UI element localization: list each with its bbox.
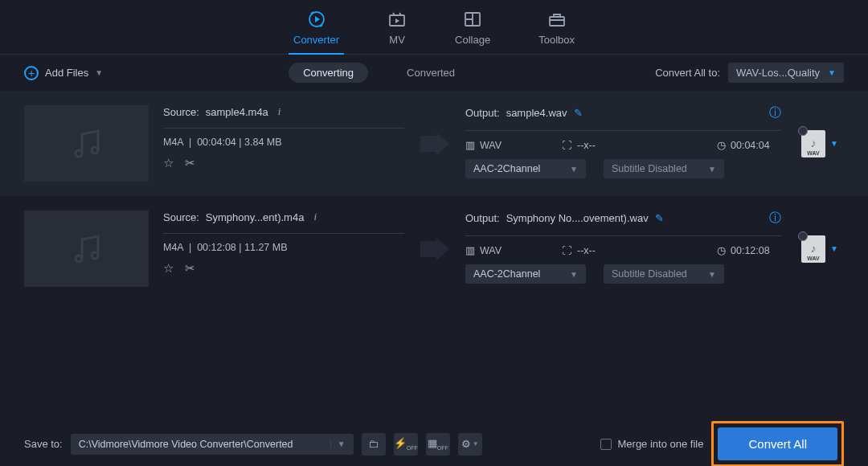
mv-icon xyxy=(387,10,407,29)
merge-label: Merge into one file xyxy=(618,438,704,450)
toolbox-icon xyxy=(547,10,567,29)
clock-icon: ◷ xyxy=(717,244,726,256)
chevron-down-icon: ▼ xyxy=(830,244,838,253)
tab-label: MV xyxy=(389,34,405,46)
chevron-down-icon: ▼ xyxy=(828,68,836,77)
open-folder-button[interactable]: 🗀 xyxy=(362,433,386,456)
converter-icon xyxy=(307,10,326,29)
chevron-down-icon: ▼ xyxy=(95,68,103,77)
source-filename: Symphony...ent).m4a xyxy=(206,211,305,223)
output-label: Output: xyxy=(465,212,500,224)
thumbnail[interactable] xyxy=(24,211,149,287)
tab-label: Converter xyxy=(293,34,339,46)
svg-rect-3 xyxy=(550,17,564,26)
folder-icon: 🗀 xyxy=(368,438,379,450)
source-meta: M4A | 00:04:04 | 3.84 MB xyxy=(163,137,404,148)
svg-point-6 xyxy=(76,255,82,262)
plus-icon: + xyxy=(24,66,39,80)
converting-tab[interactable]: Converting xyxy=(289,63,368,83)
music-icon xyxy=(68,230,106,268)
source-column: Source: sample4.m4a i M4A | 00:04:04 | 3… xyxy=(163,105,404,182)
output-filename: Symphony No....ovement).wav xyxy=(506,212,649,224)
source-label: Source: xyxy=(163,106,199,118)
arrow-icon xyxy=(419,211,451,287)
save-to-label: Save to: xyxy=(24,438,63,450)
music-icon xyxy=(68,125,106,163)
subtitle-select[interactable]: Subtitle Disabled▼ xyxy=(604,159,724,178)
tab-mv[interactable]: MV xyxy=(387,10,407,54)
film-icon: ▥ xyxy=(465,139,475,151)
tab-label: Collage xyxy=(455,34,490,46)
output-column: Output: Symphony No....ovement).wav ✎ ⓘ … xyxy=(465,211,781,287)
scissors-icon[interactable]: ✂ xyxy=(185,156,195,170)
add-files-label: Add Files xyxy=(45,67,88,79)
tab-toolbox[interactable]: Toolbox xyxy=(538,10,575,54)
toolbar: + Add Files ▼ Converting Converted Conve… xyxy=(0,55,868,91)
arrow-icon xyxy=(419,105,451,182)
output-format-value: WAV-Los...Quality xyxy=(736,67,820,79)
edit-icon[interactable]: ✎ xyxy=(574,107,583,119)
thumbnail[interactable] xyxy=(24,105,149,182)
source-meta: M4A | 00:12:08 | 11.27 MB xyxy=(163,242,404,253)
output-format-tile[interactable]: ♪WAV ▼ xyxy=(796,105,844,182)
edit-icon[interactable]: ✎ xyxy=(655,212,664,224)
bolt-icon: ⚡OFF xyxy=(394,437,418,451)
chip-icon: ▦OFF xyxy=(428,437,448,451)
add-files-button[interactable]: + Add Files ▼ xyxy=(24,66,103,80)
chevron-down-icon: ▼ xyxy=(570,165,578,174)
bottom-bar: Save to: C:\Vidmore\Vidmore Video Conver… xyxy=(0,421,868,466)
checkbox-icon xyxy=(600,439,612,450)
source-column: Source: Symphony...ent).m4a i M4A | 00:1… xyxy=(163,211,404,287)
svg-point-7 xyxy=(92,252,98,259)
svg-point-5 xyxy=(92,147,98,153)
clock-icon: ◷ xyxy=(717,139,726,151)
star-icon[interactable]: ☆ xyxy=(163,261,174,276)
scissors-icon[interactable]: ✂ xyxy=(185,261,195,276)
svg-point-4 xyxy=(76,150,82,157)
tab-converter[interactable]: Converter xyxy=(293,10,339,54)
convert-all-to: Convert All to: WAV-Los...Quality ▼ xyxy=(655,63,844,83)
save-path-input[interactable]: C:\Vidmore\Vidmore Video Converter\Conve… xyxy=(71,434,354,455)
chevron-down-icon: ▼ xyxy=(570,270,578,279)
audio-track-select[interactable]: AAC-2Channel▼ xyxy=(465,159,586,178)
star-icon[interactable]: ☆ xyxy=(163,156,174,170)
top-tabs: Converter MV Collage Toolbox xyxy=(0,0,868,55)
convert-all-highlight: Convert All xyxy=(711,421,844,466)
gear-icon: ⚙ xyxy=(461,438,471,450)
chevron-down-icon: ▼ xyxy=(708,270,716,279)
tab-label: Toolbox xyxy=(538,34,575,46)
source-filename: sample4.m4a xyxy=(206,106,268,118)
hardware-accel-button[interactable]: ⚡OFF xyxy=(394,433,418,456)
output-column: Output: sample4.wav ✎ ⓘ ▥WAV ⛶--x-- ◷00:… xyxy=(465,105,781,182)
chevron-down-icon: ▼ xyxy=(708,165,716,174)
convert-all-button[interactable]: Convert All xyxy=(718,427,837,460)
film-icon: ▥ xyxy=(465,244,475,256)
audio-track-select[interactable]: AAC-2Channel▼ xyxy=(465,264,586,284)
subtitle-select[interactable]: Subtitle Disabled▼ xyxy=(604,264,724,284)
output-label: Output: xyxy=(465,107,500,119)
chevron-down-icon: ▼ xyxy=(330,439,346,448)
collage-icon xyxy=(463,10,482,29)
file-row: Source: Symphony...ent).m4a i M4A | 00:1… xyxy=(0,196,868,301)
chevron-down-icon: ▼ xyxy=(473,440,479,448)
gpu-button[interactable]: ▦OFF xyxy=(426,433,450,456)
status-segment: Converting Converted xyxy=(289,63,469,83)
tab-collage[interactable]: Collage xyxy=(455,10,490,54)
converted-tab[interactable]: Converted xyxy=(392,63,469,83)
merge-checkbox[interactable]: Merge into one file xyxy=(600,438,704,450)
output-format-select[interactable]: WAV-Los...Quality ▼ xyxy=(728,63,844,83)
info-icon[interactable]: i xyxy=(275,105,285,118)
expand-icon: ⛶ xyxy=(562,245,572,256)
output-format-tile[interactable]: ♪WAV ▼ xyxy=(796,211,844,287)
output-filename: sample4.wav xyxy=(506,107,567,119)
settings-button[interactable]: ⚙▼ xyxy=(458,433,482,456)
convert-all-to-label: Convert All to: xyxy=(655,67,720,79)
expand-icon: ⛶ xyxy=(562,140,572,151)
source-label: Source: xyxy=(163,211,199,223)
info-circle-icon[interactable]: ⓘ xyxy=(769,211,781,226)
info-icon[interactable]: i xyxy=(310,211,320,223)
info-circle-icon[interactable]: ⓘ xyxy=(769,105,781,121)
chevron-down-icon: ▼ xyxy=(830,139,838,148)
file-row: Source: sample4.m4a i M4A | 00:04:04 | 3… xyxy=(0,91,868,196)
save-path-value: C:\Vidmore\Vidmore Video Converter\Conve… xyxy=(79,439,293,450)
